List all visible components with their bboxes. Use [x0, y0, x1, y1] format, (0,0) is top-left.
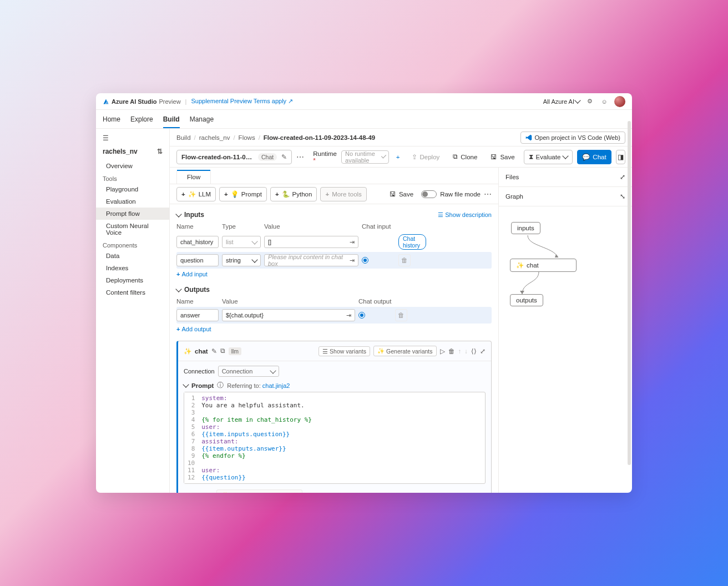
sparkle-icon: ✨	[184, 347, 191, 355]
delete-node-icon[interactable]: 🗑	[448, 348, 455, 355]
flow-name: Flow-created-on-11-09-202…	[181, 154, 254, 160]
sparkle-icon: ✨	[516, 261, 524, 269]
connection-select[interactable]: Connection	[218, 366, 279, 377]
flow-scroll-area[interactable]: Inputs ☰ Show description Name Type Valu…	[170, 204, 498, 493]
project-switcher[interactable]: rachels_nv⇅	[96, 145, 169, 160]
expand-node-icon[interactable]: ⤢	[480, 347, 486, 355]
add-input-link[interactable]: + Add input	[176, 271, 208, 277]
sidebar-data[interactable]: Data	[96, 250, 169, 262]
nav-home[interactable]: Home	[103, 111, 120, 128]
expand-files-icon[interactable]: ⤢	[620, 173, 625, 181]
graph-node-inputs[interactable]: inputs	[511, 222, 540, 234]
breadcrumb-bar: Build / rachels_nv / Flows / Flow-create…	[170, 129, 632, 146]
user-avatar[interactable]	[614, 96, 625, 107]
info-icon[interactable]: ⓘ	[217, 381, 224, 390]
prompt-section-header[interactable]: Prompt ⓘ Referring to: chat.jinja2	[184, 381, 486, 390]
add-runtime-button[interactable]: +	[393, 150, 403, 164]
save-button[interactable]: 🖫 Save	[486, 150, 519, 164]
tools-row: + ✨ LLM + 💡 Prompt + 🐍 Python + More too…	[170, 184, 498, 204]
edit-node-icon[interactable]: ✎	[211, 347, 217, 355]
outputs-section-header[interactable]: Outputs	[176, 286, 492, 294]
crumb-project[interactable]: rachels_nv	[199, 134, 230, 141]
generate-variants-button[interactable]: ✨ Generate variants	[373, 346, 436, 356]
flow-tabstrip: Flow	[170, 168, 498, 184]
scrollbar[interactable]	[628, 129, 631, 465]
add-python-tool[interactable]: + 🐍 Python	[270, 187, 317, 201]
open-vscode-button[interactable]: Open project in VS Code (Web)	[520, 132, 625, 144]
clone-button[interactable]: ⧉ Clone	[448, 150, 482, 164]
delete-output-icon[interactable]: 🗑	[395, 309, 407, 321]
tools-save-button[interactable]: 🖫 Save	[385, 187, 418, 201]
sidebar-overview[interactable]: Overview	[96, 160, 169, 172]
sidebar-deployments[interactable]: Deployments	[96, 274, 169, 286]
sidebar-custom-voice[interactable]: Custom Neural Voice	[96, 220, 169, 239]
add-output-link[interactable]: + Add output	[176, 326, 211, 332]
chat-input-radio[interactable]	[362, 257, 368, 264]
crumb-build[interactable]: Build	[176, 134, 191, 141]
code-toggle-icon[interactable]: ⟨⟩	[471, 347, 477, 355]
copy-node-icon[interactable]: ⧉	[220, 347, 225, 355]
sidebar: ☰ rachels_nv⇅ Overview Tools Playground …	[96, 129, 170, 493]
output-value-field[interactable]: ${chat.output}⇥	[222, 309, 355, 321]
nav-explore[interactable]: Explore	[130, 111, 153, 128]
flow-tab[interactable]: Flow	[176, 170, 211, 184]
sidebar-prompt-flow[interactable]: Prompt flow	[96, 208, 169, 220]
delete-input-icon[interactable]: 🗑	[398, 254, 411, 266]
sidebar-collapse-icon[interactable]: ☰	[96, 133, 169, 145]
brand: Azure AI Studio Preview	[103, 98, 181, 105]
graph-node-chat[interactable]: ✨chat	[510, 259, 577, 272]
input-value-field[interactable]: []⇥	[264, 236, 358, 248]
show-description-link[interactable]: ☰ Show description	[438, 211, 492, 219]
output-name-field[interactable]: answer	[176, 309, 219, 321]
brand-name: Azure AI Studio	[112, 98, 156, 105]
show-variants-button[interactable]: ☰ Show variants	[318, 346, 370, 356]
chat-inputs-label[interactable]: Inputs	[193, 492, 212, 493]
input-name-field[interactable]: question	[176, 254, 219, 266]
raw-mode-toggle[interactable]	[421, 190, 437, 198]
run-node-icon[interactable]: ▷	[440, 347, 445, 355]
sidebar-indexes[interactable]: Indexes	[96, 262, 169, 274]
nav-build[interactable]: Build	[163, 111, 180, 128]
prompt-file-link[interactable]: chat.jinja2	[262, 382, 290, 389]
node-type-tag: llm	[229, 347, 241, 355]
input-type-select[interactable]: list	[222, 236, 261, 248]
flow-type-chip: Chat	[258, 153, 277, 161]
tools-overflow[interactable]	[484, 190, 492, 199]
add-prompt-tool[interactable]: + 💡 Prompt	[219, 187, 267, 201]
move-down-icon[interactable]: ↓	[464, 348, 468, 355]
input-type-select[interactable]: string	[222, 254, 261, 266]
graph-node-outputs[interactable]: outputs	[510, 294, 543, 306]
nav-manage[interactable]: Manage	[190, 111, 214, 128]
chat-history-pill: Chat history	[398, 234, 426, 250]
sidebar-content-filters[interactable]: Content filters	[96, 286, 169, 299]
more-tools-button: + More tools	[320, 187, 366, 201]
chat-button[interactable]: 💬 Chat	[577, 150, 611, 164]
graph-panel-header[interactable]: Graph ⤡	[499, 187, 632, 206]
input-value-field[interactable]: Please input content in chat box⇥	[264, 254, 358, 266]
flow-overflow-menu[interactable]	[296, 153, 304, 161]
inputs-section-header[interactable]: Inputs ☰ Show description	[176, 211, 492, 219]
preview-label: Preview	[159, 98, 180, 105]
move-up-icon[interactable]: ↑	[458, 348, 462, 355]
runtime-selector[interactable]: No runtime available	[341, 150, 389, 164]
add-llm-tool[interactable]: + ✨ LLM	[176, 187, 216, 201]
supplemental-terms-link[interactable]: Supplemental Preview Terms apply ↗	[191, 98, 293, 105]
deploy-button[interactable]: ⇪ Deploy	[407, 150, 444, 164]
graph-canvas[interactable]: inputs ✨chat outputs	[499, 206, 632, 493]
input-name-field[interactable]: chat_history	[176, 236, 219, 248]
main-nav: Home Explore Build Manage	[96, 110, 632, 129]
files-panel-header[interactable]: Files ⤢	[499, 168, 632, 187]
crumb-flows[interactable]: Flows	[239, 134, 255, 141]
chat-output-radio[interactable]	[358, 312, 365, 319]
edit-name-icon[interactable]: ✎	[281, 153, 287, 161]
evaluate-button[interactable]: ⧗ Evaluate	[524, 150, 573, 164]
feedback-icon[interactable]: ☺	[600, 97, 609, 106]
panel-toggle-button[interactable]: ◨	[616, 150, 625, 164]
sidebar-evaluation[interactable]: Evaluation	[96, 195, 169, 208]
prompt-code-editor[interactable]: 123456789101112 system: You are a helpfu…	[184, 392, 486, 484]
settings-icon[interactable]: ⚙	[585, 97, 594, 106]
validate-input-button[interactable]: ✨ Validate and parse input	[216, 489, 303, 493]
collapse-graph-icon[interactable]: ⤡	[620, 193, 625, 200]
directory-scope-dropdown[interactable]: All Azure AI	[543, 98, 580, 105]
sidebar-playground[interactable]: Playground	[96, 183, 169, 195]
